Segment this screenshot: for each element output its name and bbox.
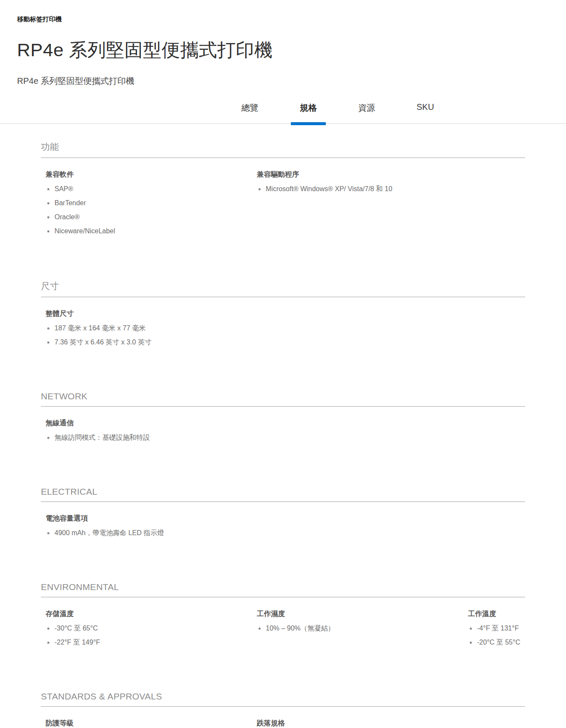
- page-title: RP4e 系列堅固型便攜式打印機: [17, 38, 549, 63]
- spec-group-label: 防護等級: [46, 719, 252, 728]
- tab-sku[interactable]: SKU: [417, 102, 434, 123]
- spec-list: 187 毫米 x 164 毫米 x 77 毫米 7.36 英寸 x 6.46 英…: [46, 324, 252, 347]
- section-heading-electrical: ELECTRICAL: [41, 487, 525, 502]
- breadcrumb[interactable]: 移動标签打印機: [17, 15, 62, 23]
- spec-group-operating-temperature: 工作溫度 -4°F 至 131°F -20°C 至 55°C: [463, 609, 525, 652]
- spec-group-label: 跌落規格: [257, 719, 463, 728]
- spec-item: 7.36 英寸 x 6.46 英寸 x 3.0 英寸: [46, 338, 252, 347]
- spec-list: 無線訪問模式：基礎設施和特設: [46, 433, 252, 442]
- section-dimensions: 尺寸 整體尺寸 187 毫米 x 164 毫米 x 77 毫米 7.36 英寸 …: [41, 280, 525, 352]
- spec-list: 4900 mAh，帶電池壽命 LED 指示燈: [46, 529, 252, 537]
- spec-group-wireless: 無線通信 無線訪問模式：基礎設施和特設: [41, 418, 252, 447]
- spec-list: -4°F 至 131°F -20°C 至 55°C: [468, 624, 525, 647]
- spec-item: -4°F 至 131°F: [468, 624, 525, 633]
- product-tabbar: 總覽 規格 資源 SKU: [0, 102, 566, 124]
- spec-content: 功能 兼容軟件 SAP® BarTender Oracle® Niceware/…: [41, 141, 525, 728]
- section-heading-network: NETWORK: [41, 391, 525, 407]
- spec-group-compatible-software: 兼容軟件 SAP® BarTender Oracle® Niceware/Nic…: [41, 170, 252, 241]
- spec-item: Oracle®: [46, 213, 252, 221]
- section-heading-environmental: ENVIRONMENTAL: [41, 582, 525, 597]
- spec-group-storage-temperature: 存儲溫度 -30°C 至 65°C -22°F 至 149°F: [41, 609, 252, 652]
- spec-group-compatible-drivers: 兼容驅動程序 Microsoft® Windows® XP/ Vista/7/8…: [252, 170, 463, 241]
- section-features: 功能 兼容軟件 SAP® BarTender Oracle® Niceware/…: [41, 141, 525, 241]
- section-heading-features: 功能: [41, 141, 525, 158]
- page-subtitle: RP4e 系列堅固型便攜式打印機: [17, 75, 549, 87]
- spec-group-protection-rating: 防護等級 IP54: [41, 719, 252, 728]
- section-electrical: ELECTRICAL 電池容量選項 4900 mAh，帶電池壽命 LED 指示燈: [41, 487, 525, 543]
- section-environmental: ENVIRONMENTAL 存儲溫度 -30°C 至 65°C -22°F 至 …: [41, 582, 525, 652]
- spec-item: 10% – 90%（無凝結）: [257, 624, 463, 633]
- spec-list: SAP® BarTender Oracle® Niceware/NiceLabe…: [46, 185, 252, 235]
- spec-group-label: 工作溫度: [468, 609, 525, 619]
- spec-group-operating-humidity: 工作濕度 10% – 90%（無凝結）: [252, 609, 463, 652]
- spec-item: 無線訪問模式：基礎設施和特設: [46, 433, 252, 442]
- spec-group-label: 存儲溫度: [46, 609, 252, 619]
- spec-group-label: 工作濕度: [257, 609, 463, 619]
- spec-item: Microsoft® Windows® XP/ Vista/7/8 和 10: [257, 185, 463, 193]
- spec-group-battery-capacity: 電池容量選項 4900 mAh，帶電池壽命 LED 指示燈: [41, 514, 252, 543]
- section-standards-approvals: STANDARDS & APPROVALS 防護等級 IP54 跌落規格 2 m…: [41, 691, 525, 728]
- spec-list: Microsoft® Windows® XP/ Vista/7/8 和 10: [257, 185, 463, 193]
- section-network: NETWORK 無線通信 無線訪問模式：基礎設施和特設: [41, 391, 525, 447]
- spec-item: SAP®: [46, 185, 252, 193]
- spec-item: -20°C 至 55°C: [468, 638, 525, 647]
- spec-item: -30°C 至 65°C: [46, 624, 252, 633]
- spec-list: -30°C 至 65°C -22°F 至 149°F: [46, 624, 252, 647]
- spec-item: 187 毫米 x 164 毫米 x 77 毫米: [46, 324, 252, 332]
- spec-item: 4900 mAh，帶電池壽命 LED 指示燈: [46, 529, 252, 537]
- spec-group-overall-dimensions: 整體尺寸 187 毫米 x 164 毫米 x 77 毫米 7.36 英寸 x 6…: [41, 309, 252, 352]
- page-header: 移動标签打印機 RP4e 系列堅固型便攜式打印機 RP4e 系列堅固型便攜式打印…: [0, 0, 566, 87]
- spec-group-label: 無線通信: [46, 418, 252, 428]
- section-heading-standards-approvals: STANDARDS & APPROVALS: [41, 691, 525, 707]
- spec-item: -22°F 至 149°F: [46, 638, 252, 647]
- spec-item: BarTender: [46, 199, 252, 207]
- spec-group-label: 電池容量選項: [46, 514, 252, 523]
- spec-group-label: 兼容軟件: [46, 170, 252, 179]
- section-heading-dimensions: 尺寸: [41, 280, 525, 297]
- tab-resources[interactable]: 資源: [358, 102, 375, 123]
- spec-item: Niceware/NiceLabel: [46, 227, 252, 235]
- tab-overview[interactable]: 總覽: [241, 102, 259, 123]
- tab-specifications[interactable]: 規格: [300, 102, 317, 123]
- spec-group-drop-spec: 跌落規格 2 m 6.6 ft: [252, 719, 463, 728]
- spec-group-label: 兼容驅動程序: [257, 170, 463, 179]
- spec-list: 10% – 90%（無凝結）: [257, 624, 463, 633]
- spec-group-label: 整體尺寸: [46, 309, 252, 318]
